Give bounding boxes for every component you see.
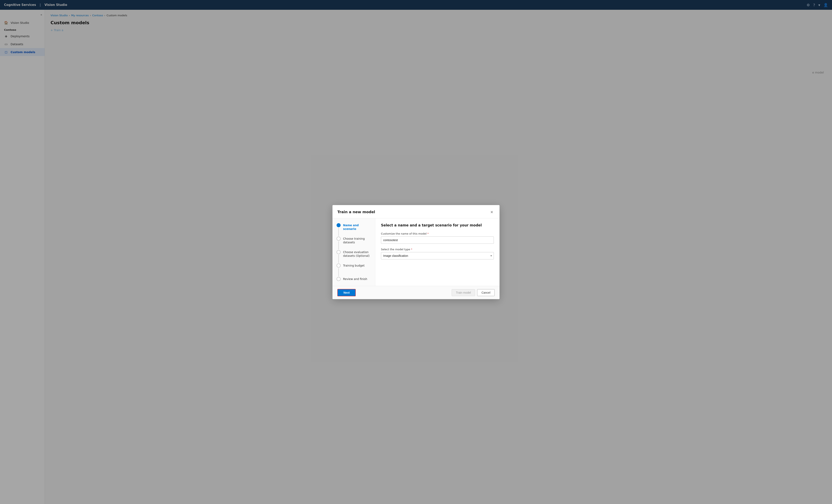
stepper-col-4 — [337, 264, 341, 277]
model-name-input[interactable] — [381, 236, 494, 244]
cancel-button[interactable]: Cancel — [477, 289, 495, 296]
next-button[interactable]: Next — [337, 289, 356, 296]
stepper-item-training-datasets: Choose training datasets — [337, 237, 371, 250]
stepper-col-2 — [337, 237, 341, 250]
form-panel: Select a name and a target scenario for … — [375, 218, 499, 286]
train-model-button: Train model — [452, 289, 475, 296]
footer-right: Train model Cancel — [452, 289, 495, 296]
stepper-circle-2 — [337, 237, 341, 241]
stepper-col-1 — [337, 223, 341, 237]
model-type-select[interactable]: Image classification Object detection — [381, 252, 494, 260]
modal-train-new-model: Train a new model × Name and scenario — [333, 205, 499, 299]
model-type-label: Select the model type * — [381, 248, 494, 251]
model-type-required-star: * — [411, 248, 412, 251]
stepper-circle-1 — [337, 223, 341, 227]
model-type-select-wrapper: Image classification Object detection ▾ — [381, 252, 494, 260]
stepper-circle-4 — [337, 264, 341, 268]
stepper-item-training-budget: Training budget — [337, 264, 371, 277]
stepper-item-name-scenario: Name and scenario — [337, 223, 371, 237]
stepper-label-training-datasets: Choose training datasets — [343, 237, 371, 244]
stepper-line-4 — [338, 268, 339, 276]
model-type-group: Select the model type * Image classifica… — [381, 248, 494, 260]
modal-footer: Next Train model Cancel — [333, 286, 499, 299]
stepper-line-3 — [338, 255, 339, 263]
stepper-panel: Name and scenario Choose training datase… — [333, 218, 375, 286]
modal-title: Train a new model — [337, 210, 375, 214]
model-name-group: Customize the name of this model * — [381, 232, 494, 244]
footer-left: Next — [337, 289, 356, 296]
stepper-col-3 — [337, 250, 341, 264]
model-name-label: Customize the name of this model * — [381, 232, 494, 235]
stepper-item-evaluation-datasets: Choose evaluation datasets (Optional) — [337, 250, 371, 264]
stepper-line-1 — [338, 228, 339, 236]
stepper-label-training-budget: Training budget — [343, 264, 364, 268]
modal-close-button[interactable]: × — [489, 209, 495, 215]
stepper-circle-3 — [337, 250, 341, 254]
stepper-label-name-scenario: Name and scenario — [343, 223, 371, 231]
stepper-label-review-finish: Review and finish — [343, 277, 367, 281]
stepper-line-2 — [338, 241, 339, 249]
modal-body: Name and scenario Choose training datase… — [333, 218, 499, 286]
stepper-circle-5 — [337, 277, 341, 281]
modal-overlay[interactable]: Train a new model × Name and scenario — [0, 0, 832, 504]
stepper-col-5 — [337, 277, 341, 281]
form-panel-title: Select a name and a target scenario for … — [381, 223, 494, 227]
stepper-label-evaluation-datasets: Choose evaluation datasets (Optional) — [343, 250, 371, 258]
modal-header: Train a new model × — [333, 205, 499, 218]
stepper-item-review-finish: Review and finish — [337, 277, 371, 281]
model-name-required-star: * — [427, 232, 429, 235]
